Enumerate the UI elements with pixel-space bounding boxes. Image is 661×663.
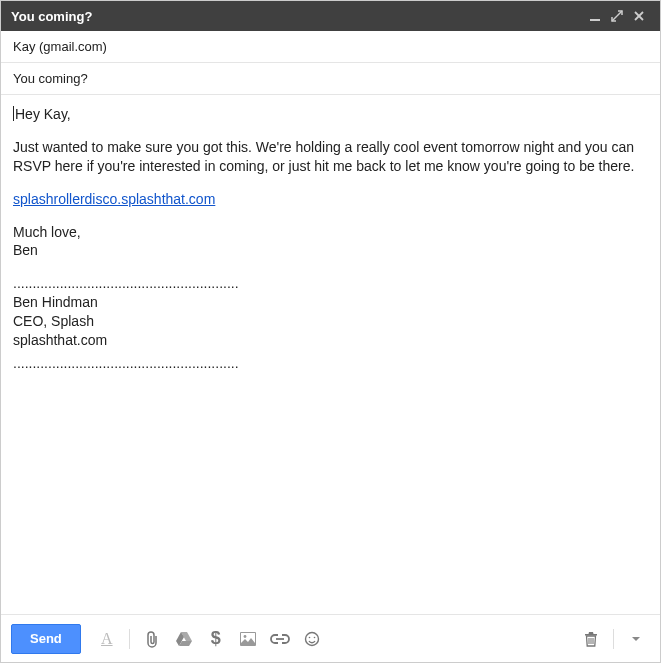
close-icon[interactable]: [628, 10, 650, 22]
compose-toolbar: Send A $: [1, 614, 660, 662]
more-options-icon[interactable]: [622, 625, 650, 653]
to-value: Kay (gmail.com): [13, 39, 107, 54]
text-caret: [13, 106, 14, 121]
svg-rect-0: [590, 19, 600, 21]
to-field[interactable]: Kay (gmail.com): [1, 31, 660, 63]
signature-divider-top: ........................................…: [13, 274, 648, 293]
send-money-icon[interactable]: $: [202, 625, 230, 653]
svg-point-3: [243, 635, 246, 638]
attach-file-icon[interactable]: [138, 625, 166, 653]
body-signoff-line1: Much love,: [13, 223, 648, 242]
svg-point-6: [313, 636, 315, 638]
subject-field[interactable]: You coming?: [1, 63, 660, 95]
insert-link-icon[interactable]: [266, 625, 294, 653]
discard-draft-icon[interactable]: [577, 625, 605, 653]
signature-title: CEO, Splash: [13, 312, 648, 331]
titlebar[interactable]: You coming?: [1, 1, 660, 31]
rsvp-link[interactable]: splashrollerdisco.splashthat.com: [13, 191, 215, 207]
formatting-icon[interactable]: A: [93, 625, 121, 653]
signature-divider-bottom: ........................................…: [13, 354, 648, 373]
insert-photo-icon[interactable]: [234, 625, 262, 653]
body-paragraph: Just wanted to make sure you got this. W…: [13, 138, 648, 176]
toolbar-separator: [129, 629, 130, 649]
expand-icon[interactable]: [606, 10, 628, 22]
body-signoff-line2: Ben: [13, 241, 648, 260]
window-title: You coming?: [11, 9, 92, 24]
send-button[interactable]: Send: [11, 624, 81, 654]
message-body[interactable]: Hey Kay, Just wanted to make sure you go…: [1, 95, 660, 614]
signature-site: splashthat.com: [13, 331, 648, 350]
signature-name: Ben Hindman: [13, 293, 648, 312]
drive-icon[interactable]: [170, 625, 198, 653]
svg-point-5: [308, 636, 310, 638]
insert-emoji-icon[interactable]: [298, 625, 326, 653]
body-greeting: Hey Kay,: [15, 106, 71, 122]
minimize-icon[interactable]: [584, 10, 606, 22]
compose-window: You coming? Kay (gmail.com) You coming? …: [0, 0, 661, 663]
subject-value: You coming?: [13, 71, 88, 86]
svg-point-4: [305, 632, 318, 645]
toolbar-separator-right: [613, 629, 614, 649]
